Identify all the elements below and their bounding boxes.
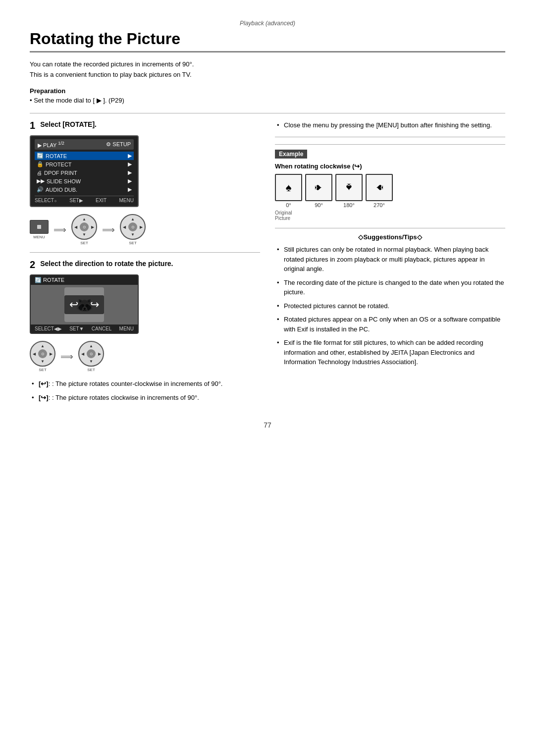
step1-nav-circle1: ▲ ◀ ▶ ▼ ⊙ — [71, 214, 97, 240]
rot-degree-0: 0° — [286, 202, 291, 208]
step2-bullet1: [↩]: : The picture rotates counter-clock… — [30, 379, 260, 389]
suggestion-4: Rotated pictures appear on a PC only whe… — [275, 315, 505, 334]
step1-number: 1 — [30, 120, 35, 130]
rot-degree-180: 180° — [343, 202, 355, 208]
bottom-set: SET▶ — [69, 198, 83, 203]
topbar-setup: ⚙ SETUP — [106, 141, 131, 148]
rot-img-0: ♠ — [275, 174, 302, 201]
preparation-text: • Set the mode dial to [ ▶ ]. (P29) — [30, 97, 505, 104]
example-label: Example — [275, 150, 505, 162]
step2-set-label1: SET — [39, 368, 47, 372]
step1-camera-screen: ▶ PLAY 1/2 ⚙ SETUP 🔄 ROTATE ▶ 🔒 PROTECT … — [30, 135, 139, 208]
menu-rotate: 🔄 ROTATE ▶ — [35, 152, 134, 160]
close-menu-note: Close the menu by pressing the [MENU] bu… — [275, 120, 505, 130]
example-section: Example When rotating clockwise (↪) ♠ 0°… — [275, 144, 505, 221]
rot-degree-90: 90° — [315, 202, 323, 208]
step1-title: Select [ROTATE]. — [40, 120, 97, 128]
suggestion-3: Protected pictures cannot be rotated. — [275, 301, 505, 311]
step1-arrow2: ⟹ — [102, 224, 115, 235]
step1-arrow1: ⟹ — [54, 224, 66, 235]
step2-nav-circle2: ▲ ◀ ▶ ▼ ⊙ — [78, 341, 104, 367]
suggestions-section: ◇Suggestions/Tips◇ Still pictures can on… — [275, 228, 505, 367]
suggestions-title: ◇Suggestions/Tips◇ — [275, 233, 505, 241]
step1-set-label: SET — [80, 241, 88, 245]
preparation-label: Preparation — [30, 87, 505, 95]
bottom-select: SELECT⬦ — [35, 198, 57, 203]
rot-degree-270: 270° — [374, 202, 385, 208]
step1-menu-icon — [30, 220, 49, 234]
step2-set-label2: SET — [87, 368, 95, 372]
rot-img-90: ♠ — [305, 174, 332, 201]
preparation-section: Preparation • Set the mode dial to [ ▶ ]… — [30, 87, 505, 104]
step1-section: 1 Select [ROTATE]. ▶ PLAY 1/2 ⚙ SETUP 🔄 … — [30, 120, 260, 246]
rot-img-180: ♠ — [335, 174, 363, 201]
suggestions-list: Still pictures can only be rotated in no… — [275, 245, 505, 367]
step2-camera-screen: 🔄 ROTATE 🦝 ↩ ↪ SELECT◀▶ — [30, 274, 139, 334]
step2-bullet2: [↪]: : The picture rotates clockwise in … — [30, 393, 260, 403]
suggestion-5: Exif is the file format for still pictur… — [275, 338, 505, 367]
step1-menu-label: MENU — [33, 235, 45, 239]
step2-section: 2 Select the direction to rotate the pic… — [30, 260, 260, 402]
step2-bottombar: SELECT◀▶ SET▼ CANCEL MENU — [31, 324, 138, 333]
page-number: 77 — [30, 421, 505, 429]
menu-slideshow: ▶▶ SLIDE SHOW ▶ — [35, 177, 134, 185]
topbar-play: ▶ PLAY 1/2 — [38, 141, 64, 149]
bottom-menu: MENU — [119, 198, 134, 203]
menu-dpof: 🖨 DPOF PRINT ▶ — [35, 168, 134, 177]
rot-270: ♠ 270° — [366, 174, 393, 208]
step2-image-area: 🦝 ↩ ↪ — [31, 285, 138, 324]
menu-audiodub: 🔊 AUDIO DUB. ▶ — [35, 185, 134, 194]
rot-180: ♠ 180° — [335, 174, 363, 208]
step2-topbar: 🔄 ROTATE — [31, 275, 138, 285]
intro-line1: You can rotate the recorded pictures in … — [30, 59, 505, 80]
step1-nav-area: MENU ⟹ ▲ ◀ ▶ ▼ ⊙ SET ⟹ ▲ — [30, 214, 260, 245]
suggestion-2: The recording date of the picture is cha… — [275, 278, 505, 297]
rot-img-270: ♠ — [366, 174, 393, 201]
rotation-images: ♠ 0° ♠ 90° ♠ 180° ♠ 270° — [275, 174, 505, 208]
suggestion-1: Still pictures can only be rotated in no… — [275, 245, 505, 274]
step2-bullets: [↩]: : The picture rotates counter-clock… — [30, 379, 260, 402]
rot-90: ♠ 90° — [305, 174, 332, 208]
step2-arrow: ⟹ — [60, 351, 73, 362]
menu-protect: 🔒 PROTECT ▶ — [35, 160, 134, 168]
step1-nav-circle2: ▲ ◀ ▶ ▼ ⊙ — [120, 214, 146, 240]
bottom-exit: EXIT — [96, 198, 107, 203]
step2-number: 2 — [30, 260, 35, 270]
right-column: Close the menu by pressing the [MENU] bu… — [275, 120, 505, 407]
step2-nav-circle1: ▲ ◀ ▶ ▼ ⊙ — [30, 341, 55, 367]
step2-title: Select the direction to rotate the pictu… — [40, 260, 173, 268]
left-column: 1 Select [ROTATE]. ▶ PLAY 1/2 ⚙ SETUP 🔄 … — [30, 120, 260, 407]
page-category: Playback (advanced) — [30, 20, 505, 27]
original-label: OriginalPicture — [275, 210, 505, 221]
rot-0: ♠ 0° — [275, 174, 302, 208]
page-title: Rotating the Picture — [30, 30, 505, 53]
step1-set-label2: SET — [129, 241, 137, 245]
step2-nav-area: ▲ ◀ ▶ ▼ ⊙ SET ⟹ ▲ ◀ ▶ ▼ ⊙ — [30, 341, 260, 372]
when-rotating: When rotating clockwise (↪) — [275, 162, 505, 170]
